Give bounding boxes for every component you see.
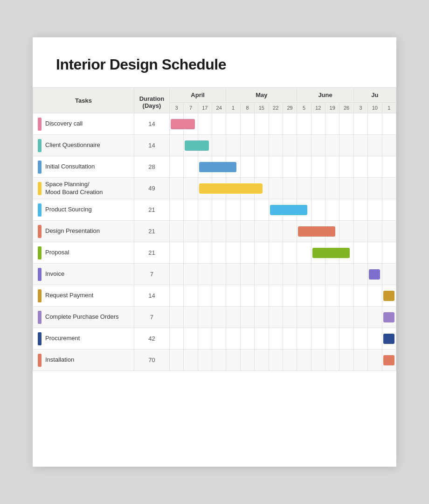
gantt-cell <box>169 135 183 156</box>
task-color-indicator <box>38 311 42 324</box>
task-name-label: Product Sourcing <box>45 206 92 214</box>
task-name-label: Invoice <box>45 270 64 278</box>
gantt-cell <box>353 242 367 264</box>
table-row: Procurement42 <box>33 328 396 350</box>
table-row: Product Sourcing21 <box>33 199 396 221</box>
gantt-cell <box>269 285 283 307</box>
gantt-cell <box>283 328 297 350</box>
day-col-10: 12 <box>311 103 325 113</box>
task-color-indicator <box>38 118 42 131</box>
gantt-cell <box>353 264 367 285</box>
table-row: Complete Purchase Orders7 <box>33 307 396 328</box>
page-title: Interior Design Schedule <box>33 56 396 87</box>
gantt-cell <box>255 307 269 328</box>
gantt-cell <box>353 113 367 135</box>
gantt-cell <box>169 113 183 135</box>
gantt-cell <box>240 242 254 264</box>
table-row: Space Planning/ Mood Board Creation49 <box>33 178 396 199</box>
task-cell: Invoice <box>33 264 134 285</box>
gantt-cell <box>325 135 339 156</box>
gantt-cell <box>169 328 183 350</box>
gantt-cell <box>184 221 198 242</box>
gantt-cell <box>198 350 212 371</box>
gantt-cell <box>226 350 240 371</box>
task-cell: Initial Consultation <box>33 156 134 178</box>
task-color-indicator <box>38 225 42 238</box>
gantt-cell <box>368 350 382 371</box>
gantt-cell <box>353 285 367 307</box>
gantt-bar <box>270 205 307 215</box>
table-row: Design Presentation21 <box>33 221 396 242</box>
gantt-cell <box>297 264 311 285</box>
duration-cell: 14 <box>134 113 169 135</box>
gantt-cell <box>368 285 382 307</box>
gantt-bar <box>383 312 394 322</box>
duration-cell: 7 <box>134 307 169 328</box>
gantt-cell <box>212 221 226 242</box>
gantt-cell <box>212 135 226 156</box>
gantt-cell <box>255 285 269 307</box>
gantt-cell <box>269 221 283 242</box>
gantt-cell <box>184 178 198 199</box>
gantt-cell <box>283 221 297 242</box>
gantt-cell <box>212 328 226 350</box>
day-col-6: 15 <box>255 103 269 113</box>
gantt-cell <box>368 221 382 242</box>
task-color-indicator <box>38 354 42 367</box>
day-col-5: 8 <box>240 103 254 113</box>
gantt-cell <box>198 264 212 285</box>
gantt-cell <box>240 285 254 307</box>
task-color-indicator <box>38 289 42 302</box>
task-name-label: Space Planning/ Mood Board Creation <box>45 181 103 196</box>
gantt-cell <box>269 113 283 135</box>
tasks-header: Tasks <box>33 88 134 113</box>
task-cell: Installation <box>33 350 134 371</box>
gantt-cell <box>297 156 311 178</box>
gantt-table: Tasks Duration(Days) April May June Ju 3… <box>33 87 396 371</box>
gantt-cell <box>198 156 212 178</box>
page-container: Interior Design Schedule Tasks Duration(… <box>33 37 396 467</box>
gantt-cell <box>283 307 297 328</box>
gantt-cell <box>283 242 297 264</box>
gantt-cell <box>311 350 325 371</box>
gantt-cell <box>297 242 311 264</box>
gantt-cell <box>226 199 240 221</box>
gantt-cell <box>198 285 212 307</box>
gantt-cell <box>255 199 269 221</box>
gantt-cell <box>283 135 297 156</box>
gantt-cell <box>226 113 240 135</box>
gantt-cell <box>368 178 382 199</box>
gantt-cell <box>226 242 240 264</box>
task-name-label: Design Presentation <box>45 227 100 235</box>
gantt-cell <box>325 199 339 221</box>
duration-cell: 21 <box>134 242 169 264</box>
gantt-cell <box>198 307 212 328</box>
gantt-cell <box>240 264 254 285</box>
table-row: Initial Consultation28 <box>33 156 396 178</box>
gantt-bar <box>199 183 263 194</box>
duration-cell: 21 <box>134 199 169 221</box>
task-cell: Design Presentation <box>33 221 134 242</box>
june-header: June <box>297 88 354 103</box>
gantt-cell <box>353 328 367 350</box>
gantt-cell <box>339 264 353 285</box>
gantt-cell <box>325 113 339 135</box>
gantt-cell <box>240 199 254 221</box>
task-cell: Discovery call <box>33 113 134 135</box>
gantt-cell <box>339 178 353 199</box>
gantt-cell <box>382 178 396 199</box>
gantt-cell <box>311 178 325 199</box>
may-header: May <box>226 88 297 103</box>
gantt-cell <box>339 113 353 135</box>
gantt-cell <box>339 221 353 242</box>
gantt-cell <box>226 264 240 285</box>
gantt-cell <box>269 307 283 328</box>
day-col-3: 24 <box>212 103 226 113</box>
gantt-cell <box>311 307 325 328</box>
table-row: Discovery call14 <box>33 113 396 135</box>
gantt-cell <box>198 178 212 199</box>
day-col-0: 3 <box>169 103 183 113</box>
gantt-bar <box>383 355 394 365</box>
gantt-cell <box>353 199 367 221</box>
april-header: April <box>169 88 226 103</box>
